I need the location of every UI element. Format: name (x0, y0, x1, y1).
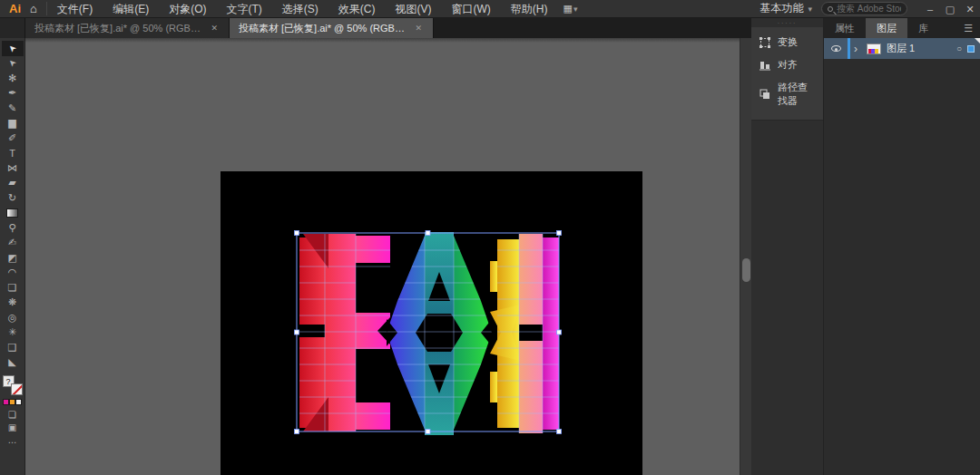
workspace-label: 基本功能 (760, 1, 803, 16)
close-tab-icon[interactable]: ✕ (413, 22, 424, 34)
menu-effect[interactable]: 效果(C) (328, 0, 386, 18)
layer-selection-bar (848, 38, 850, 59)
menu-bar: Ai ⌂ 文件(F) 编辑(E) 对象(O) 文字(T) 选择(S) 效果(C)… (0, 0, 980, 18)
visibility-toggle[interactable] (824, 45, 848, 52)
color-button[interactable] (3, 399, 9, 405)
eye-icon (831, 45, 841, 52)
layer-expand-chevron-icon[interactable]: › (854, 43, 865, 55)
arc-tool[interactable]: ◠ (2, 266, 24, 281)
gradient-button[interactable] (9, 399, 15, 405)
panel-tab-bar: 属性 图层 库 ☰ (824, 18, 980, 38)
close-tab-icon[interactable]: ✕ (209, 22, 220, 34)
dock-item-label: 对齐 (778, 58, 798, 72)
menu-view[interactable]: 视图(V) (386, 0, 442, 18)
selection-handle (557, 430, 562, 434)
tab-bar-lead (0, 18, 25, 38)
blob-brush-tool[interactable]: ✍ (2, 236, 24, 251)
edit-toolbar-ellipsis-icon[interactable]: … (8, 435, 17, 445)
canvas-shadow (25, 38, 751, 43)
tab-libraries[interactable]: 库 (907, 18, 939, 38)
menu-select[interactable]: 选择(S) (272, 0, 328, 18)
layers-panel-body[interactable] (824, 59, 980, 475)
restore-button[interactable]: ▢ (940, 0, 960, 18)
layer-selected-indicator[interactable] (967, 45, 975, 53)
layer-target-icon[interactable]: ○ (956, 44, 962, 53)
vertical-scrollbar[interactable] (740, 38, 751, 475)
panel-dock: ····· 变换 (751, 18, 824, 475)
layer-row[interactable]: › 图层 1 ○ (824, 38, 980, 59)
selection-tool[interactable]: ➤ (2, 41, 24, 56)
artboard-tool[interactable]: ❏ (2, 280, 24, 296)
document-tab-2-label: 投稿素材 [已恢复].ai* @ 50% (RGB/GPU 预览) (239, 22, 406, 35)
tools-panel: ➤ ➤ ✻ ✒ ✎ ▆ ✐ T ⋈ ▰ ↻ ⚲ ✍ ◩ ◠ ❏ (0, 38, 25, 475)
dock-item-label: 路径查找器 (778, 81, 816, 108)
menu-window[interactable]: 窗口(W) (442, 0, 501, 18)
magic-wand-tool[interactable]: ✻ (2, 71, 24, 86)
direct-selection-tool[interactable]: ➤ (2, 56, 24, 72)
type-tool[interactable]: T (2, 146, 24, 161)
search-placeholder: 搜索 Adobe Stock (837, 3, 901, 15)
document-tab-1-label: 投稿素材 [已恢复].ai* @ 50% (RGB/GPU 预览) (34, 22, 201, 35)
gradient-tool[interactable] (2, 206, 24, 221)
group-selection-tool[interactable]: ❑ (2, 340, 24, 355)
shape-builder-tool[interactable]: ◩ (2, 250, 24, 266)
dock-item-align[interactable]: 对齐 (751, 53, 823, 76)
pathfinder-icon (759, 88, 771, 101)
letter-i[interactable] (490, 234, 559, 433)
document-tab-2[interactable]: 投稿素材 [已恢复].ai* @ 50% (RGB/GPU 预览) ✕ (230, 18, 434, 38)
none-button[interactable] (15, 399, 22, 405)
dock-item-transform[interactable]: 变换 (751, 31, 823, 53)
dock-drag-handle[interactable]: ····· (751, 18, 823, 27)
arrange-documents-icon[interactable]: ▦ (564, 3, 573, 15)
rectangle-tool[interactable]: ▆ (2, 116, 24, 131)
stroke-color-swatch[interactable] (11, 383, 23, 395)
menu-file[interactable]: 文件(F) (47, 0, 103, 18)
selection-handle (295, 430, 299, 434)
dock-item-pathfinder[interactable]: 路径查找器 (751, 76, 823, 112)
arrange-documents-chevron-icon[interactable]: ▾ (573, 5, 578, 14)
tab-properties[interactable]: 属性 (824, 18, 866, 38)
search-icon (828, 6, 833, 12)
stock-search-input[interactable]: 搜索 Adobe Stock (821, 2, 907, 15)
minimize-button[interactable]: – (920, 0, 940, 18)
menu-object[interactable]: 对象(O) (159, 0, 216, 18)
layer-name[interactable]: 图层 1 (887, 42, 956, 55)
width-tool[interactable]: ⋈ (2, 160, 24, 176)
document-tab-bar: 投稿素材 [已恢复].ai* @ 50% (RGB/GPU 预览) ✕ 投稿素材… (0, 18, 751, 38)
graph-tool[interactable]: ✳ (2, 325, 24, 341)
chevron-down-icon: ▾ (808, 5, 812, 14)
window-controls: – ▢ ✕ (920, 0, 980, 18)
workspace-switcher[interactable]: 基本功能 ▾ (750, 1, 821, 16)
zoom-tool[interactable]: ◎ (2, 310, 24, 325)
curvature-tool[interactable]: ✎ (2, 101, 24, 116)
menu-help[interactable]: 帮助(H) (501, 0, 558, 18)
dock-group: 变换 对齐 路径查找器 (751, 27, 823, 121)
menu-type[interactable]: 文字(T) (217, 0, 272, 18)
scrollbar-thumb[interactable] (742, 258, 750, 282)
perspective-grid-tool[interactable]: ◣ (2, 355, 24, 371)
symbol-sprayer-tool[interactable]: ❋ (2, 296, 24, 311)
panel-menu-icon[interactable]: ☰ (956, 18, 980, 38)
color-type-buttons (3, 399, 22, 405)
app-logo-icon[interactable]: Ai (0, 2, 28, 15)
close-button[interactable]: ✕ (960, 0, 980, 18)
home-icon[interactable]: ⌂ (28, 2, 47, 15)
fill-stroke-indicator[interactable]: ? (3, 375, 23, 395)
canvas-area[interactable] (25, 38, 751, 475)
pen-tool[interactable]: ✒ (2, 86, 24, 102)
selection-handle (557, 231, 562, 236)
selection-handle (426, 231, 430, 236)
paintbrush-tool[interactable]: ✐ (2, 131, 24, 146)
rotate-tool[interactable]: ↻ (2, 190, 24, 206)
screen-mode-icon[interactable]: ▣ (8, 422, 16, 432)
align-icon (759, 59, 771, 72)
layer-thumbnail[interactable] (867, 44, 881, 54)
artwork-canvas[interactable] (25, 38, 751, 475)
selection-handle (295, 330, 299, 334)
tab-layers[interactable]: 图层 (866, 18, 907, 38)
document-tab-1[interactable]: 投稿素材 [已恢复].ai* @ 50% (RGB/GPU 预览) ✕ (25, 18, 230, 38)
drawing-mode-icon[interactable]: ❏ (8, 410, 16, 420)
menu-edit[interactable]: 编辑(E) (103, 0, 159, 18)
eyedropper-tool[interactable]: ⚲ (2, 220, 24, 236)
eraser-tool[interactable]: ▰ (2, 176, 24, 191)
